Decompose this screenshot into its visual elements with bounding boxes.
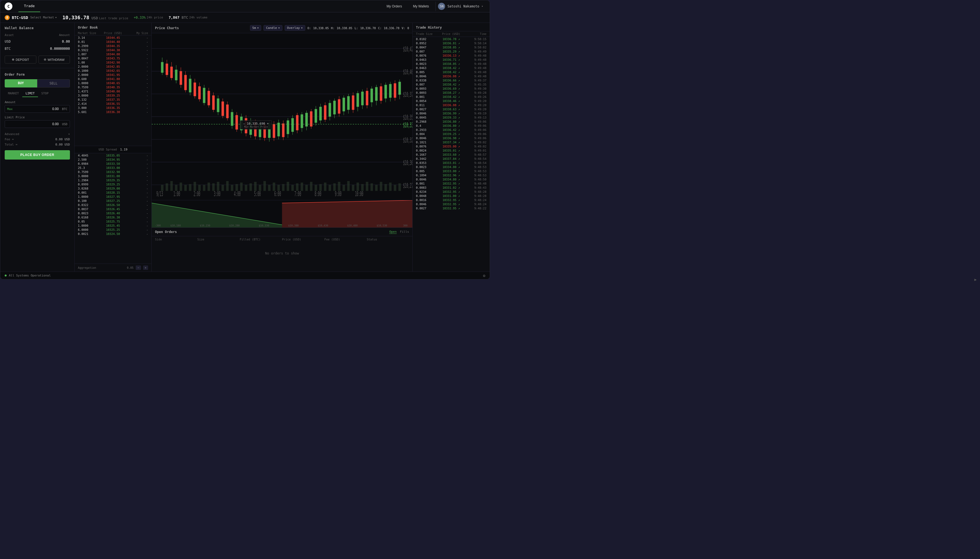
ob-size: 0.001	[78, 191, 101, 194]
ob-price: 10327.95	[101, 195, 125, 198]
stop-tab[interactable]: STOP	[38, 90, 52, 97]
amount-input[interactable]	[15, 105, 60, 112]
order-book-buy-row[interactable]: 6.000010325.25-	[75, 228, 151, 232]
advanced-toggle[interactable]: Advanced ▾	[5, 131, 70, 137]
th-size: 0.005	[416, 70, 439, 74]
settings-icon[interactable]: ⚙	[483, 273, 485, 278]
market-tab[interactable]: MARKET	[5, 90, 22, 97]
order-book-buy-row[interactable]: 3.026810329.00-	[75, 186, 151, 190]
order-book-buy-row[interactable]: 0.002310326.40-	[75, 211, 151, 215]
my-orders-button[interactable]: My Orders	[382, 3, 406, 10]
buy-tab[interactable]: BUY	[5, 79, 37, 88]
divider	[0, 68, 74, 68]
order-book-buy-row[interactable]: 25.310333.00-	[75, 165, 151, 170]
place-order-button[interactable]: PLACE BUY ORDER	[5, 150, 70, 160]
overlay-dropdown[interactable]: Overlay ▾	[285, 25, 305, 31]
order-form-section: Order Form BUY SELL MARKET LIMIT STOP Am…	[0, 69, 74, 271]
order-book-sell-row[interactable]: 0.299910344.35-	[75, 44, 151, 48]
order-book-buy-row[interactable]: 1.000010327.95-	[75, 195, 151, 198]
svg-rect-16	[203, 185, 206, 191]
order-book-buy-row[interactable]: 0.0510325.75-	[75, 219, 151, 223]
order-book-sell-row[interactable]: 5.60110336.30-	[75, 110, 151, 114]
order-book-buy-row[interactable]: 1.000010325.45-	[75, 223, 151, 228]
order-book-buy-row[interactable]: 0.099910329.25-	[75, 182, 151, 186]
status-text: All Systems Operational	[9, 274, 51, 277]
order-book-buy-row[interactable]: 2.50010334.95-	[75, 157, 151, 162]
trade-history-row: 0.109410332.96 ↗9:48:53	[413, 173, 490, 177]
order-book-sell-row[interactable]: 0.60010341.80-	[75, 77, 151, 81]
chart-type-dropdown[interactable]: Candle ▾	[264, 25, 282, 31]
order-book-sell-row[interactable]: 3.1410344.45-	[75, 35, 151, 40]
trade-history-row: 0.00110332.95 ↗9:48:48	[413, 181, 490, 185]
order-book-sell-row[interactable]: 0.100010342.65-	[75, 68, 151, 73]
user-area: SN Satoshi Nakamoto ▾	[436, 2, 485, 11]
timeframe-dropdown[interactable]: 5m ▾	[250, 25, 262, 31]
svg-rect-140	[347, 96, 350, 110]
max-prefix[interactable]: Max	[5, 106, 15, 112]
open-orders-empty: No orders to show	[152, 242, 412, 265]
order-book-buy-row[interactable]: 0.00110328.15-	[75, 190, 151, 195]
order-book-buy-row[interactable]: 0.10010327.25-	[75, 198, 151, 203]
th-size: 0.3442	[416, 157, 439, 160]
trade-history-row: 0.344210337.84 ↗9:48:54	[413, 157, 490, 160]
amount-currency: BTC	[60, 106, 70, 112]
svg-text:$10,180: $10,180	[171, 225, 181, 227]
withdraw-button[interactable]: ⊖ WITHDRAW	[38, 56, 70, 64]
ob-mysize: -	[125, 158, 148, 161]
order-book-buy-row[interactable]: 1.290410329.35-	[75, 178, 151, 182]
ob-size: 0.05	[78, 220, 101, 223]
order-book-buy-row[interactable]: 0.759910332.90-	[75, 170, 151, 174]
order-book-buy-row[interactable]: 3.000010331.00-	[75, 174, 151, 178]
order-book-sell-row[interactable]: 2.41410336.55-	[75, 101, 151, 106]
order-book-sell-row[interactable]: 1.0010342.90-	[75, 60, 151, 64]
deposit-button[interactable]: ⊕ DEPOSIT	[5, 56, 36, 64]
aggregation-increase-button[interactable]: +	[143, 265, 148, 270]
sell-tab[interactable]: SELL	[37, 79, 70, 88]
svg-rect-116	[291, 118, 294, 132]
open-tab[interactable]: Open	[389, 230, 397, 234]
chevron-down-icon: ▾	[257, 26, 259, 30]
th-size: 0.2933	[416, 128, 439, 132]
ob-size: 2.500	[78, 158, 101, 161]
wallet-row: USD0.00	[0, 38, 74, 45]
order-book-buy-row[interactable]: 0.098410333.50-	[75, 162, 151, 165]
order-book-buy-row[interactable]: 0.003710326.45-	[75, 207, 151, 211]
ob-size: 1.007	[78, 53, 101, 56]
trade-history-row: 0.007610336.13 ↗9:49:48	[413, 53, 490, 58]
order-book-sell-row[interactable]: 3.00010336.35-	[75, 106, 151, 110]
limit-price-input[interactable]	[5, 121, 60, 127]
order-book-sell-row[interactable]: 1.00710344.00-	[75, 52, 151, 56]
order-book-sell-row[interactable]: 1.000010340.65-	[75, 81, 151, 85]
order-book-sell-row[interactable]: 0.0110344.40-	[75, 40, 151, 44]
order-book-sell-row[interactable]: 0.592210344.30-	[75, 48, 151, 52]
svg-text:$10,325: $10,325	[403, 136, 412, 144]
order-book-buy-row[interactable]: 0.616810326.30-	[75, 215, 151, 219]
svg-rect-74	[194, 83, 196, 96]
c-value: 10,336.78	[384, 26, 400, 30]
order-book-buy-row[interactable]: 0.002110324.50-	[75, 232, 151, 236]
price-chart-area[interactable]: $10,425 $10,400 $10,375 $10,350 $10,336.…	[152, 33, 412, 200]
order-book-sell-row[interactable]: 2.000010342.85-	[75, 64, 151, 68]
select-market-dropdown[interactable]: Select Market ▾	[30, 16, 57, 19]
ob-price: 10333.00	[101, 166, 125, 169]
my-wallets-button[interactable]: My Wallets	[408, 3, 433, 10]
th-size: 0.4	[416, 124, 439, 127]
fills-tab[interactable]: Fills	[400, 230, 409, 234]
aggregation-decrease-button[interactable]: −	[136, 265, 141, 270]
order-book-buy-row[interactable]: 4.404510335.05-	[75, 153, 151, 157]
order-book-sell-row[interactable]: 0.13210337.35-	[75, 98, 151, 101]
depth-chart[interactable]: -300 300 $10,180 $10,230 $10,280 $10,330…	[152, 200, 412, 228]
trade-history-row: 0.004810331.00 ↗9:48:28	[413, 194, 490, 198]
app-logo[interactable]: C	[5, 2, 12, 10]
trade-tab[interactable]: Trade	[18, 0, 40, 12]
order-book-sell-row[interactable]: 2.000010341.95-	[75, 73, 151, 77]
svg-rect-17	[207, 183, 210, 191]
limit-tab[interactable]: LIMIT	[22, 90, 38, 97]
order-book-sell-row[interactable]: 1.437110340.00-	[75, 89, 151, 93]
svg-text:-300: -300	[155, 225, 161, 227]
order-book-sell-row[interactable]: 0.004710343.75-	[75, 56, 151, 60]
order-book-sell-row[interactable]: 3.000010339.25-	[75, 93, 151, 98]
order-book-buy-row[interactable]: 0.032210326.50-	[75, 203, 151, 207]
svg-rect-55	[385, 184, 387, 191]
order-book-sell-row[interactable]: 0.759910340.35-	[75, 85, 151, 89]
